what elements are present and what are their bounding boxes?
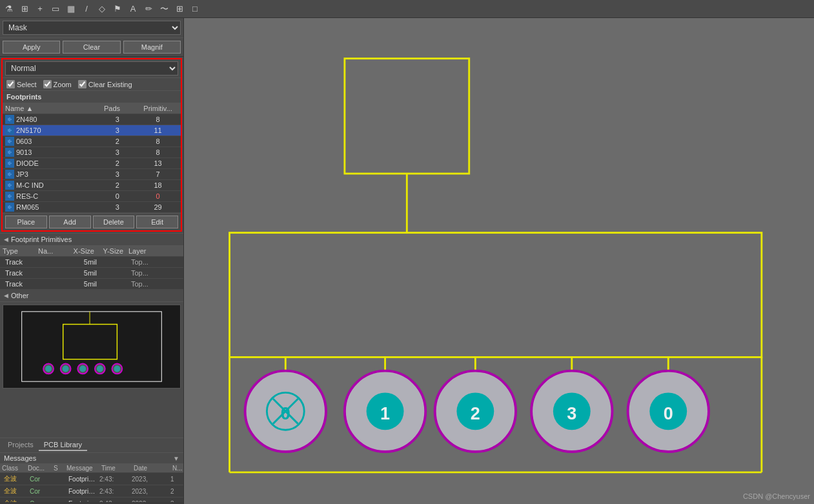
row-name: RM065 bbox=[16, 203, 97, 211]
clear-existing-checkbox[interactable] bbox=[78, 80, 86, 88]
msg-s bbox=[54, 490, 66, 492]
mask-dropdown[interactable]: Mask bbox=[3, 21, 181, 35]
svg-text:1: 1 bbox=[380, 404, 390, 423]
prim-row[interactable]: Track 5mil Top... bbox=[0, 257, 183, 268]
clear-button[interactable]: Clear bbox=[63, 41, 120, 54]
row-primitives: 18 bbox=[137, 181, 178, 189]
msg-time: 2:43: bbox=[97, 487, 130, 496]
primitives-header[interactable]: ◀ Footprint Primitives bbox=[0, 234, 183, 246]
pen-icon[interactable]: ✏ bbox=[142, 3, 155, 15]
footprints-table-header: Name ▲ Pads Primitiv... bbox=[3, 103, 181, 114]
projects-tab[interactable]: Projects bbox=[3, 439, 39, 451]
table-row[interactable]: DIODE 2 13 bbox=[3, 158, 181, 169]
pcb-library-tab[interactable]: PCB Library bbox=[39, 439, 87, 451]
rect-icon[interactable]: ▭ bbox=[49, 3, 62, 15]
apply-button[interactable]: Apply bbox=[3, 41, 60, 54]
pxsize-cell: 5mil bbox=[70, 257, 99, 267]
primitives-column-header[interactable]: Primitiv... bbox=[135, 103, 181, 114]
prim-row[interactable]: Track 5mil Top... bbox=[0, 279, 183, 290]
other-header[interactable]: ◀ Other bbox=[0, 290, 183, 302]
table-row[interactable]: 2N5170 3 11 bbox=[3, 125, 181, 136]
row-primitives: 8 bbox=[137, 137, 178, 145]
table-row[interactable]: 2N480 3 8 bbox=[3, 114, 181, 125]
pads-column-header[interactable]: Pads bbox=[89, 103, 135, 114]
msg-date: 2023, bbox=[130, 487, 168, 496]
plus-icon[interactable]: + bbox=[34, 3, 46, 15]
player-header: Layer bbox=[126, 246, 183, 256]
table-row[interactable]: 0603 2 8 bbox=[3, 136, 181, 147]
square-icon[interactable]: □ bbox=[188, 3, 201, 15]
chart-icon[interactable]: ▦ bbox=[65, 3, 77, 15]
pname-header: Na... bbox=[36, 246, 68, 256]
row-primitives: 7 bbox=[137, 170, 178, 178]
magnif-button[interactable]: Magnif bbox=[123, 41, 181, 54]
svg-rect-36 bbox=[15, 305, 168, 388]
select-checkbox[interactable] bbox=[6, 80, 15, 88]
add-button[interactable]: Add bbox=[49, 216, 91, 228]
msg-text: Footprint of co bbox=[66, 475, 97, 483]
select-checkbox-label[interactable]: Select bbox=[6, 80, 37, 88]
class-col-header: Class bbox=[0, 464, 26, 472]
grid-icon[interactable]: ⊞ bbox=[173, 3, 186, 15]
primitives-table-header: Type Na... X-Size Y-Size Layer bbox=[0, 246, 183, 257]
row-pads: 3 bbox=[97, 170, 138, 178]
svg-point-44 bbox=[79, 366, 86, 372]
messages-body: 全波 Cor Footprint of co 2:43: 2023, 1 全波 … bbox=[0, 473, 183, 502]
row-icon bbox=[5, 181, 14, 190]
row-name: 9013 bbox=[16, 148, 97, 156]
pysize-header: Y-Size bbox=[97, 246, 126, 256]
table-row[interactable]: RM065 3 29 bbox=[3, 202, 181, 213]
edit-button[interactable]: Edit bbox=[136, 216, 178, 228]
place-button[interactable]: Place bbox=[5, 216, 47, 228]
msg-class: 全波 bbox=[2, 486, 28, 496]
msg-text: Footprint of co bbox=[66, 487, 97, 496]
primitives-triangle: ◀ bbox=[4, 236, 8, 243]
slash-icon[interactable]: / bbox=[80, 3, 93, 15]
msg-doc: Cor bbox=[28, 499, 54, 503]
text-icon[interactable]: A bbox=[127, 3, 139, 15]
prim-row[interactable]: Track 5mil Top... bbox=[0, 268, 183, 279]
svg-text:0: 0 bbox=[281, 404, 290, 423]
filter-icon[interactable]: ⚗ bbox=[3, 3, 15, 15]
pxsize-cell: 5mil bbox=[70, 279, 99, 288]
row-pads: 3 bbox=[97, 148, 138, 156]
messages-expand[interactable]: ▼ bbox=[173, 455, 179, 462]
footprints-table-body: 2N480 3 8 2N5170 3 11 0603 2 8 9013 3 8 … bbox=[3, 114, 181, 213]
mask-section: Mask bbox=[0, 18, 183, 38]
footprints-section: Normal Select Zoom Clear Existing bbox=[1, 58, 182, 232]
messages-section: Messages ▼ Class Doc... S Message Time D… bbox=[0, 452, 183, 504]
msg-class: 全波 bbox=[2, 498, 28, 502]
name-column-header[interactable]: Name ▲ bbox=[3, 103, 89, 114]
doc-col-header: Doc... bbox=[26, 464, 52, 472]
row-primitives: 13 bbox=[137, 159, 178, 167]
row-pads: 2 bbox=[97, 181, 138, 189]
row-pads: 2 bbox=[97, 159, 138, 167]
table-row[interactable]: JP3 3 7 bbox=[3, 169, 181, 180]
row-icon bbox=[5, 192, 14, 201]
table-row[interactable]: 9013 3 8 bbox=[3, 147, 181, 158]
pcb-canvas[interactable]: 0 1 2 3 0 CSDN @Chencyuser bbox=[184, 18, 814, 504]
pysize-cell bbox=[99, 261, 128, 263]
pysize-cell bbox=[99, 272, 128, 274]
other-triangle: ◀ bbox=[4, 292, 8, 299]
flag-icon[interactable]: ⚑ bbox=[111, 3, 124, 15]
zoom-checkbox-label[interactable]: Zoom bbox=[43, 80, 72, 88]
pname-cell bbox=[38, 261, 70, 263]
row-pads: 3 bbox=[97, 203, 138, 211]
connect-icon[interactable]: ⊞ bbox=[18, 3, 31, 15]
row-pads: 2 bbox=[97, 137, 138, 145]
table-row[interactable]: M-C IND 2 18 bbox=[3, 180, 181, 191]
pname-cell bbox=[38, 283, 70, 285]
ptype-cell: Track bbox=[3, 257, 38, 267]
row-primitives: 8 bbox=[137, 116, 178, 123]
zoom-checkbox[interactable] bbox=[43, 80, 52, 88]
wave-icon[interactable]: 〜 bbox=[158, 3, 170, 15]
table-row[interactable]: RES-C 0 0 bbox=[3, 191, 181, 202]
primitives-section: ◀ Footprint Primitives Type Na... X-Size… bbox=[0, 233, 183, 290]
filter-dropdown[interactable]: Normal bbox=[5, 61, 178, 76]
clear-existing-checkbox-label[interactable]: Clear Existing bbox=[78, 80, 132, 88]
diamond-icon[interactable]: ◇ bbox=[96, 3, 108, 15]
delete-button[interactable]: Delete bbox=[93, 216, 135, 228]
row-pads: 3 bbox=[97, 116, 138, 123]
row-name: 2N5170 bbox=[16, 126, 97, 134]
